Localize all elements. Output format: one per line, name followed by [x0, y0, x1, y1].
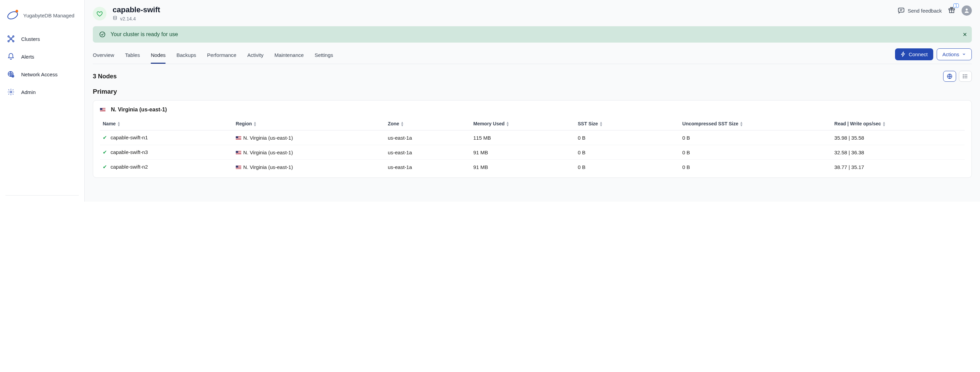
node-ops: 35.98 | 35.58: [832, 130, 965, 145]
list-icon: [962, 73, 969, 79]
tab-maintenance[interactable]: Maintenance: [274, 47, 304, 64]
svg-point-3: [8, 36, 9, 37]
node-name: capable-swift-n2: [111, 164, 148, 169]
col-sst[interactable]: SST Size▲▼: [575, 117, 679, 130]
banner-close-button[interactable]: ✕: [963, 31, 967, 38]
sidebar-item-label: Network Access: [21, 71, 58, 78]
sidebar-divider: [5, 195, 79, 196]
send-feedback-button[interactable]: Send feedback: [897, 7, 942, 14]
col-name[interactable]: Name▲▼: [100, 117, 233, 130]
svg-point-2: [10, 38, 12, 40]
cluster-tier-icon: [93, 7, 107, 21]
bell-icon: [7, 52, 15, 61]
node-zone: us-east-1a: [385, 130, 471, 145]
col-uncomp[interactable]: Uncompressed SST Size▲▼: [680, 117, 832, 130]
banner-message: Your cluster is ready for use: [111, 31, 178, 38]
us-flag-icon: [236, 136, 241, 140]
table-row[interactable]: ✔capable-swift-n2N. Virginia (us-east-1)…: [100, 160, 965, 174]
table-row[interactable]: ✔capable-swift-n3N. Virginia (us-east-1)…: [100, 145, 965, 160]
feedback-label: Send feedback: [908, 8, 942, 14]
region-title-text: N. Virginia (us-east-1): [111, 107, 167, 113]
node-name: capable-swift-n1: [111, 135, 148, 140]
tabbar: Overview Tables Nodes Backups Performanc…: [93, 47, 972, 64]
tab-settings[interactable]: Settings: [315, 47, 333, 64]
tab-activity[interactable]: Activity: [247, 47, 264, 64]
svg-point-4: [13, 36, 14, 37]
feedback-icon: [897, 7, 905, 14]
cluster-version: v2.14.4: [120, 16, 136, 21]
tab-backups[interactable]: Backups: [177, 47, 196, 64]
main-content: capable-swift v2.14.4: [84, 0, 980, 202]
tab-tables[interactable]: Tables: [125, 47, 140, 64]
sidebar-item-label: Alerts: [21, 54, 34, 60]
svg-point-26: [963, 76, 964, 77]
node-region: N. Virginia (us-east-1): [243, 164, 293, 170]
table-row[interactable]: ✔capable-swift-n1N. Virginia (us-east-1)…: [100, 130, 965, 145]
svg-point-14: [10, 91, 12, 93]
actions-button[interactable]: Actions: [937, 48, 972, 60]
sort-icon: ▲▼: [599, 121, 603, 127]
sidebar-item-alerts[interactable]: Alerts: [0, 48, 84, 65]
globe-gear-icon: [7, 70, 15, 78]
cluster-name: capable-swift: [113, 5, 160, 14]
sidebar-item-label: Clusters: [21, 36, 40, 42]
user-avatar[interactable]: [962, 5, 972, 16]
sidebar-item-admin[interactable]: Admin: [0, 83, 84, 101]
node-memory: 91 MB: [471, 160, 575, 174]
sort-icon: ▲▼: [401, 121, 404, 127]
us-flag-icon: [236, 166, 241, 169]
bolt-icon: [900, 51, 906, 57]
us-flag-icon: [100, 108, 105, 112]
status-banner: Your cluster is ready for use ✕: [93, 26, 972, 43]
check-circle-icon: [99, 31, 106, 38]
svg-point-20: [100, 32, 105, 37]
svg-line-8: [11, 37, 13, 38]
svg-line-9: [9, 40, 10, 41]
tab-overview[interactable]: Overview: [93, 47, 114, 64]
col-ops[interactable]: Read | Write ops/sec▲▼: [832, 117, 965, 130]
view-list-button[interactable]: [959, 71, 972, 82]
svg-point-5: [8, 41, 9, 42]
brand[interactable]: YugabyteDB Managed: [0, 6, 84, 30]
gift-badge: 1: [953, 3, 959, 8]
sort-icon: ▲▼: [117, 121, 121, 127]
connect-label: Connect: [909, 51, 928, 57]
node-uncomp: 0 B: [680, 145, 832, 160]
node-region: N. Virginia (us-east-1): [243, 135, 293, 141]
svg-point-25: [963, 74, 964, 75]
sidebar-item-network-access[interactable]: Network Access: [0, 65, 84, 83]
tab-nodes[interactable]: Nodes: [151, 47, 165, 64]
col-memory[interactable]: Memory Used▲▼: [471, 117, 575, 130]
svg-point-12: [11, 75, 14, 77]
chevron-down-icon: [962, 52, 966, 56]
us-flag-icon: [236, 151, 241, 155]
sidebar-item-clusters[interactable]: Clusters: [0, 30, 84, 48]
region-card: N. Virginia (us-east-1) Name▲▼ Region▲▼ …: [93, 100, 972, 178]
user-icon: [964, 8, 970, 14]
col-region[interactable]: Region▲▼: [233, 117, 385, 130]
connect-button[interactable]: Connect: [895, 48, 933, 60]
node-ops: 38.77 | 35.17: [832, 160, 965, 174]
node-sst: 0 B: [575, 145, 679, 160]
col-zone[interactable]: Zone▲▼: [385, 117, 471, 130]
region-title: N. Virginia (us-east-1): [100, 107, 965, 113]
status-check-icon: ✔: [103, 135, 107, 140]
svg-point-27: [963, 78, 964, 78]
svg-point-1: [16, 10, 18, 13]
tab-performance[interactable]: Performance: [207, 47, 237, 64]
clusters-icon: [7, 35, 15, 43]
node-memory: 91 MB: [471, 145, 575, 160]
sort-icon: ▲▼: [740, 121, 743, 127]
brand-name: YugabyteDB Managed: [23, 13, 75, 18]
view-map-button[interactable]: [943, 71, 956, 82]
svg-point-6: [13, 41, 14, 42]
gift-button[interactable]: 1: [948, 6, 955, 15]
status-check-icon: ✔: [103, 164, 107, 169]
actions-label: Actions: [942, 51, 959, 57]
sort-icon: ▲▼: [253, 121, 256, 127]
sidebar: YugabyteDB Managed Clusters Alerts: [0, 0, 84, 202]
svg-rect-16: [899, 8, 904, 12]
node-sst: 0 B: [575, 160, 679, 174]
page-header: capable-swift v2.14.4: [93, 5, 972, 21]
nodes-table: Name▲▼ Region▲▼ Zone▲▼ Memory Used▲▼ SST…: [100, 117, 965, 174]
